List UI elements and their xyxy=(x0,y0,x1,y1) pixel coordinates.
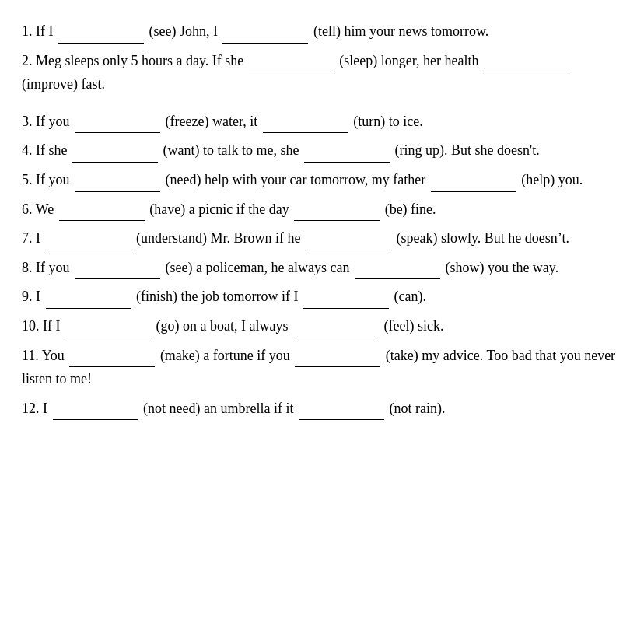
sentence-text: (improve) fast. xyxy=(22,76,105,92)
sentence-text: 1. If I xyxy=(22,23,57,39)
sentence-text: 3. If you xyxy=(22,114,73,129)
sentence-text: (ring up). But she doesn't. xyxy=(391,142,540,158)
sentence-12: 12. I (not need) an umbrella if it (not … xyxy=(22,396,622,421)
sentence-text: (can). xyxy=(390,289,426,304)
sentence-text: 9. I xyxy=(22,289,44,304)
sentence-text: (not rain). xyxy=(386,401,445,416)
fill-blank[interactable] xyxy=(69,343,155,368)
fill-blank[interactable] xyxy=(58,19,144,44)
sentence-text: (show) you the way. xyxy=(442,260,558,275)
sentence-text: (want) to talk to me, she xyxy=(159,142,303,158)
fill-blank[interactable] xyxy=(295,343,380,368)
sentence-text: (have) a picnic if the day xyxy=(146,201,292,217)
sentence-text: (turn) to ice. xyxy=(350,114,423,129)
sentence-6: 6. We (have) a picnic if the day (be) fi… xyxy=(22,197,622,222)
sentence-text: (see) John, I xyxy=(145,23,221,39)
fill-blank[interactable] xyxy=(263,109,348,134)
sentence-text: (not need) an umbrella if it xyxy=(140,401,297,416)
sentence-2: 2. Meg sleeps only 5 hours a day. If she… xyxy=(22,48,622,96)
fill-blank[interactable] xyxy=(249,48,334,73)
fill-blank[interactable] xyxy=(431,167,516,192)
sentence-text: 2. Meg sleeps only 5 hours a day. If she xyxy=(22,53,247,68)
sentence-7: 7. I (understand) Mr. Brown if he (speak… xyxy=(22,226,622,250)
sentence-text: 6. We xyxy=(22,201,58,217)
sentence-text: (feel) sick. xyxy=(380,318,443,334)
sentence-10: 10. If I (go) on a boat, I always (feel)… xyxy=(22,313,622,338)
sentence-text: (freeze) water, it xyxy=(162,114,261,129)
fill-blank[interactable] xyxy=(304,138,390,163)
fill-blank[interactable] xyxy=(293,313,379,338)
sentence-text: (be) fine. xyxy=(381,201,436,217)
sentence-8: 8. If you (see) a policeman, he always c… xyxy=(22,255,622,280)
sentence-5: 5. If you (need) help with your car tomo… xyxy=(22,167,622,192)
sentence-text: (speak) slowly. But he doesn’t. xyxy=(393,230,569,246)
sentence-text: (help) you. xyxy=(518,172,583,187)
fill-blank[interactable] xyxy=(75,109,160,134)
sentence-text: 7. I xyxy=(22,230,44,246)
fill-blank[interactable] xyxy=(46,226,131,250)
sentence-text: (make) a fortune if you xyxy=(156,348,293,363)
sentence-9: 9. I (finish) the job tomorrow if I (can… xyxy=(22,284,622,309)
fill-blank[interactable] xyxy=(65,313,151,338)
sentence-text: (go) on a boat, I always xyxy=(152,318,292,334)
fill-blank[interactable] xyxy=(75,255,160,280)
sentence-text: 10. If I xyxy=(22,318,64,334)
fill-blank[interactable] xyxy=(72,138,158,163)
fill-blank[interactable] xyxy=(355,255,440,280)
sentence-text: (need) help with your car tomorrow, my f… xyxy=(162,172,429,187)
fill-blank[interactable] xyxy=(299,396,384,421)
sentence-text: 4. If she xyxy=(22,142,71,158)
sentence-text: 11. You xyxy=(22,348,68,363)
sentence-text: (sleep) longer, her health xyxy=(336,53,482,68)
fill-blank[interactable] xyxy=(222,19,308,44)
sentence-text: (tell) him your news tomorrow. xyxy=(310,23,488,39)
sentence-text: (see) a policeman, he always can xyxy=(162,260,353,275)
fill-blank[interactable] xyxy=(46,284,131,309)
sentence-text: 5. If you xyxy=(22,172,73,187)
sentence-4: 4. If she (want) to talk to me, she (rin… xyxy=(22,138,622,163)
fill-blank[interactable] xyxy=(303,284,389,309)
fill-blank[interactable] xyxy=(53,396,138,421)
sentence-1: 1. If I (see) John, I (tell) him your ne… xyxy=(22,19,622,44)
fill-blank[interactable] xyxy=(75,167,160,192)
sentence-text: 8. If you xyxy=(22,260,73,275)
fill-blank[interactable] xyxy=(484,48,569,73)
spacer xyxy=(22,101,622,109)
sentence-text: (finish) the job tomorrow if I xyxy=(133,289,302,304)
sentence-text: (understand) Mr. Brown if he xyxy=(133,230,304,246)
fill-blank[interactable] xyxy=(306,226,391,250)
exercise-container: 1. If I (see) John, I (tell) him your ne… xyxy=(22,19,622,420)
sentence-11: 11. You (make) a fortune if you (take) m… xyxy=(22,343,622,391)
sentence-3: 3. If you (freeze) water, it (turn) to i… xyxy=(22,109,622,134)
fill-blank[interactable] xyxy=(59,197,145,222)
sentence-text: 12. I xyxy=(22,401,51,416)
fill-blank[interactable] xyxy=(294,197,380,222)
